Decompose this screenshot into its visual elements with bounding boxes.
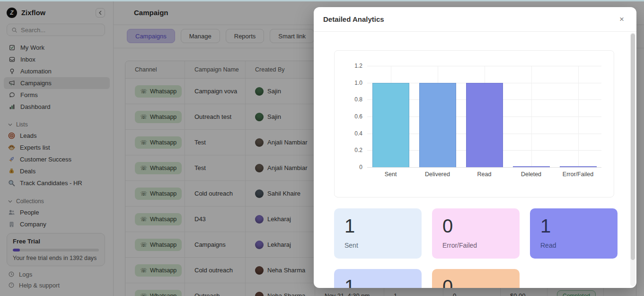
browser-top-strip (0, 0, 644, 1)
bar-error-failed (560, 166, 597, 167)
x-axis-label: Sent (367, 171, 414, 178)
bar-deleted (513, 166, 550, 167)
detailed-analytics-modal: Detailed Analytics × 00.20.40.60.81.01.2… (314, 7, 636, 288)
x-axis-label: Error/Failed (555, 171, 601, 178)
stat-label: Error/Failed (442, 242, 509, 249)
bar-read (466, 83, 503, 167)
y-axis-tick: 1.0 (340, 80, 362, 86)
bar-sent (372, 83, 409, 167)
y-axis-tick: 1.2 (340, 63, 362, 69)
y-axis-tick: 0 (340, 164, 362, 170)
stat-value: 1 (344, 276, 411, 288)
x-axis-label: Read (461, 171, 508, 178)
stat-card-error-failed: 0 Error/Failed (432, 208, 520, 259)
stat-label: Read (540, 242, 607, 249)
modal-scrollbar-thumb[interactable] (631, 34, 635, 260)
y-axis-tick: 0.8 (340, 96, 362, 103)
stat-card-partial-2: 0 (432, 269, 520, 288)
analytics-chart-card: 00.20.40.60.81.01.2SentDeliveredReadDele… (334, 50, 614, 197)
stat-value: 0 (442, 276, 509, 288)
modal-body: 00.20.40.60.81.01.2SentDeliveredReadDele… (314, 32, 636, 288)
close-button[interactable]: × (616, 14, 627, 25)
stat-label: Sent (344, 242, 411, 249)
stat-card-partial-1: 1 (334, 269, 422, 288)
stat-value: 0 (442, 215, 509, 237)
y-axis-tick: 0.2 (340, 147, 362, 153)
app-root: Z Zixflow Search... My Work Inbox Automa… (0, 0, 644, 296)
y-axis-tick: 0.6 (340, 113, 362, 120)
gridline (531, 66, 532, 167)
stat-value: 1 (540, 215, 607, 237)
stat-card-read: 1 Read (530, 208, 618, 259)
x-axis-label: Deleted (508, 171, 555, 178)
bar-chart: 00.20.40.60.81.01.2SentDeliveredReadDele… (367, 66, 601, 167)
bar-delivered (419, 83, 456, 167)
modal-title: Detailed Analytics (323, 15, 384, 23)
gridline (578, 66, 579, 167)
stat-value: 1 (344, 215, 411, 237)
stat-card-sent: 1 Sent (334, 208, 422, 259)
modal-header: Detailed Analytics × (314, 7, 636, 32)
x-axis-label: Delivered (414, 171, 461, 178)
gridline (367, 167, 601, 168)
y-axis-tick: 0.4 (340, 130, 362, 137)
